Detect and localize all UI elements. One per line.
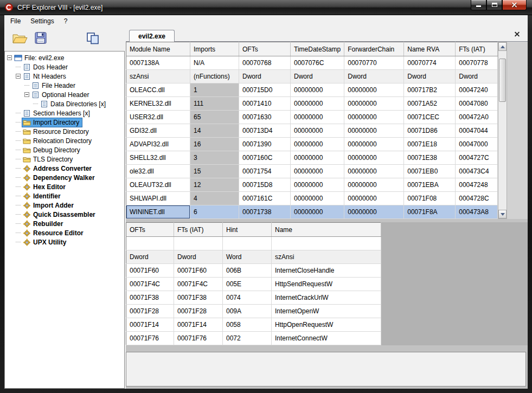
cell[interactable]: 0007138A	[126, 56, 190, 70]
cell[interactable]: 00000000	[291, 151, 344, 165]
module-row-ole32-dll[interactable]: ole32.dll1500071754000000000000000000071…	[126, 165, 498, 178]
cell[interactable]: 16	[190, 138, 239, 151]
tab-evil2-exe[interactable]: evil2.exe	[129, 30, 175, 42]
menu-settings[interactable]: Settings	[25, 16, 59, 27]
cell[interactable]: Dword	[344, 70, 404, 83]
cell[interactable]: InternetCloseHandle	[272, 264, 381, 278]
tree-item-identifier[interactable]: Identifier	[5, 191, 124, 201]
cell[interactable]: 00071F4C	[174, 278, 223, 291]
cell[interactable]: Dword	[239, 70, 291, 83]
cell[interactable]: 3	[190, 151, 239, 165]
cell[interactable]: 000472A0	[456, 111, 498, 124]
cell[interactable]: 4	[190, 192, 239, 205]
cell[interactable]: 00000000	[291, 111, 344, 124]
cell[interactable]: 006B	[223, 264, 272, 278]
tree-item-import-directory[interactable]: Import Directory	[5, 118, 124, 127]
module-row-shell32-dll[interactable]: SHELL32.dll30007160C00000000000000000007…	[126, 151, 498, 165]
cell[interactable]: 00000000	[291, 124, 344, 138]
imports-table-offsets-row[interactable]: 0007138AN/A000707680007076C0007077000070…	[126, 56, 498, 70]
cell[interactable]: 00047044	[456, 124, 498, 138]
cell[interactable]: 00071F38	[126, 291, 174, 305]
tree-item-relocation-directory[interactable]: Relocation Directory	[5, 136, 124, 145]
imports-scrollbar[interactable]	[498, 42, 507, 219]
imports-table-header-name-rva[interactable]: Name RVA	[404, 42, 456, 56]
tree-item-data-directories-x[interactable]: Data Directories [x]	[5, 99, 124, 108]
module-row-kernel32-dll[interactable]: KERNEL32.dll1110007141000000000000000000…	[126, 97, 498, 111]
cell[interactable]: 00000000	[344, 178, 404, 192]
cell[interactable]: ole32.dll	[126, 165, 190, 178]
cell[interactable]: szAnsi	[272, 250, 381, 264]
cell[interactable]: 00000000	[291, 165, 344, 178]
cell[interactable]: 000473C4	[456, 165, 498, 178]
cell[interactable]: 00071410	[239, 97, 291, 111]
cell[interactable]: KERNEL32.dll	[126, 97, 190, 111]
function-row-internetopenw[interactable]: 00071F2800071F28009AInternetOpenW	[126, 305, 381, 318]
cell[interactable]: 00000000	[344, 151, 404, 165]
minimize-button[interactable]	[471, 0, 486, 10]
open-file-button[interactable]	[10, 30, 30, 48]
collapse-expander-icon[interactable]	[16, 74, 21, 79]
close-window-button[interactable]	[502, 0, 527, 10]
cell[interactable]: (nFunctions)	[190, 70, 239, 83]
cell[interactable]: 00047080	[456, 97, 498, 111]
cell[interactable]: 00070778	[456, 56, 498, 70]
cell[interactable]: Dword	[404, 70, 456, 83]
cell[interactable]	[174, 237, 223, 250]
cell[interactable]: SHLWAPI.dll	[126, 192, 190, 205]
tree-item-quick-disassembler[interactable]: Quick Disassembler	[5, 210, 124, 219]
cell[interactable]: 00000000	[344, 111, 404, 124]
cell[interactable]: 00000000	[291, 192, 344, 205]
cell[interactable]: InternetCrackUrlW	[272, 291, 381, 305]
module-row-oleaut32-dll[interactable]: OLEAUT32.dll12000715D8000000000000000000…	[126, 178, 498, 192]
cell[interactable]: 00000000	[344, 165, 404, 178]
cell[interactable]: 111	[190, 97, 239, 111]
cell[interactable]: 00070774	[404, 56, 456, 70]
functions-table-offsets-row[interactable]	[126, 237, 381, 250]
cell[interactable]: 00071F28	[174, 305, 223, 318]
cell[interactable]: 0074	[223, 291, 272, 305]
cell[interactable]: 0007160C	[239, 151, 291, 165]
cell[interactable]: Dword	[291, 70, 344, 83]
module-row-gdi32-dll[interactable]: GDI32.dll14000713D4000000000000000000071…	[126, 124, 498, 138]
imports-table-header-imports[interactable]: Imports	[190, 42, 239, 56]
tree-item-resource-directory[interactable]: Resource Directory	[5, 127, 124, 136]
tree-item-address-converter[interactable]: Address Converter	[5, 164, 124, 173]
function-row-internetclosehandle[interactable]: 00071F6000071F60006BInternetCloseHandle	[126, 264, 381, 278]
cell[interactable]: InternetConnectW	[272, 332, 381, 345]
cell[interactable]: 00071630	[239, 111, 291, 124]
imports-table-header-forwarderchain[interactable]: ForwarderChain	[344, 42, 404, 56]
scroll-down-button[interactable]	[498, 210, 507, 218]
cell[interactable]: 00000000	[344, 205, 404, 219]
maximize-button[interactable]	[486, 0, 502, 10]
imports-table-header-fts-iat[interactable]: FTs (IAT)	[456, 42, 498, 56]
module-row-oleacc-dll[interactable]: OLEACC.dll1000715D0000000000000000000071…	[126, 83, 498, 97]
cell[interactable]: 000713D4	[239, 124, 291, 138]
tree-item-section-headers-x[interactable]: Section Headers [x]	[5, 108, 124, 118]
cell[interactable]: 00071F8A	[404, 205, 456, 219]
cell[interactable]: 009A	[223, 305, 272, 318]
cell[interactable]: 00000000	[344, 97, 404, 111]
module-row-wininet-dll[interactable]: WININET.dll60007173800000000000000000007…	[126, 205, 498, 219]
cell[interactable]: InternetOpenW	[272, 305, 381, 318]
cell[interactable]: 6	[190, 205, 239, 219]
cell[interactable]: 005E	[223, 278, 272, 291]
compare-button[interactable]	[82, 30, 103, 48]
cell[interactable]: 00071E18	[404, 138, 456, 151]
menu-file[interactable]: File	[5, 16, 25, 27]
scroll-thumb[interactable]	[499, 59, 506, 102]
cell[interactable]: OLEACC.dll	[126, 83, 190, 97]
collapse-expander-icon[interactable]	[24, 92, 29, 97]
cell[interactable]: 14	[190, 124, 239, 138]
cell[interactable]: 0072	[223, 332, 272, 345]
function-row-internetcrackurlw[interactable]: 00071F3800071F380074InternetCrackUrlW	[126, 291, 381, 305]
cell[interactable]: 00071D86	[404, 124, 456, 138]
cell[interactable]: 00071F76	[126, 332, 174, 345]
save-file-button[interactable]	[30, 30, 51, 48]
tree-item-dependency-walker[interactable]: Dependency Walker	[5, 173, 124, 182]
cell[interactable]: 1	[190, 83, 239, 97]
cell[interactable]	[126, 237, 174, 250]
imports-table-header-module-name[interactable]: Module Name	[126, 42, 190, 56]
cell[interactable]: 0058	[223, 318, 272, 332]
cell[interactable]: HttpOpenRequestW	[272, 318, 381, 332]
tree-item-optional-header[interactable]: Optional Header	[5, 90, 124, 99]
